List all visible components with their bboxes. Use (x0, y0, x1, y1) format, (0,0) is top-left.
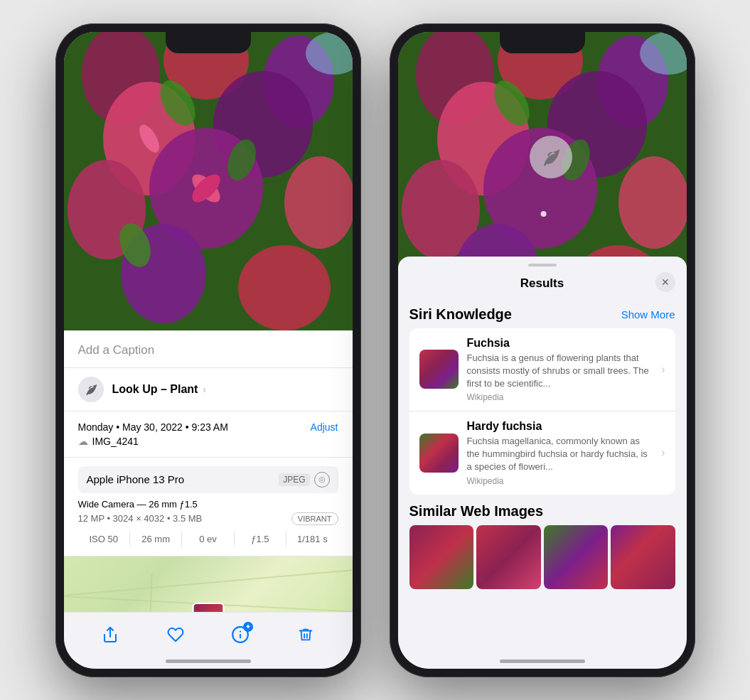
phone-2: Results ✕ Siri Knowledge Show More (390, 23, 695, 677)
lookup-label: Look Up – (112, 383, 167, 395)
leaf-icon (84, 382, 98, 397)
notch-2 (500, 32, 585, 53)
knowledge-item-fuchsia[interactable]: Fuchsia Fuchsia is a genus of flowering … (409, 328, 675, 412)
fuchsia-source: Wikipedia (467, 392, 650, 402)
notch-1 (166, 32, 251, 53)
similar-web-section: Similar Web Images (409, 503, 675, 589)
jpeg-badge: JPEG (279, 473, 309, 486)
cloud-icon: ☁ (78, 436, 88, 447)
siri-badge (530, 136, 572, 178)
similar-web-title: Similar Web Images (409, 503, 544, 519)
home-indicator-2 (500, 659, 585, 663)
fuchsia-name: Fuchsia (467, 337, 650, 350)
iso-row: ISO 50 26 mm 0 ev ƒ1.5 1/181 s (78, 531, 338, 547)
fuchsia-chevron: › (661, 363, 665, 376)
phones-container: Add a Caption Look Up – Plant › (55, 23, 695, 677)
web-image-4[interactable] (611, 525, 675, 589)
siri-dot (540, 211, 546, 217)
phone-1: Add a Caption Look Up – Plant › (55, 23, 361, 677)
knowledge-card: Fuchsia Fuchsia is a genus of flowering … (409, 328, 675, 495)
photo-specs: 12 MP • 3024 × 4032 • 3.5 MB (78, 513, 203, 524)
lookup-icon (78, 377, 104, 402)
hardy-thumbnail (419, 434, 459, 473)
location-icon: ◎ (314, 472, 330, 488)
hardy-text: Hardy fuchsia Fuchsia magellanica, commo… (467, 420, 650, 486)
phone2-content: Results ✕ Siri Knowledge Show More (398, 32, 687, 669)
siri-knowledge-title: Siri Knowledge (409, 306, 512, 323)
svg-point-10 (238, 245, 331, 330)
focal-value: 26 mm (130, 531, 182, 547)
adjust-button[interactable]: Adjust (311, 421, 338, 433)
web-images-grid (409, 525, 675, 589)
sheet-content: Siri Knowledge Show More Fuchsia Fuchsia… (398, 298, 687, 660)
lookup-row[interactable]: Look Up – Plant › (64, 368, 353, 411)
photo-date: Monday • May 30, 2022 • 9:23 AM (78, 421, 228, 433)
siri-knowledge-header: Siri Knowledge Show More (409, 306, 675, 323)
info-badge: ✦ (243, 622, 253, 632)
fuchsia-text: Fuchsia Fuchsia is a genus of flowering … (467, 337, 650, 403)
caption-area[interactable]: Add a Caption (64, 330, 353, 368)
info-button[interactable]: ✦ (230, 625, 250, 645)
show-more-button[interactable]: Show More (621, 308, 675, 321)
photo-meta: Monday • May 30, 2022 • 9:23 AM Adjust ☁… (64, 411, 353, 458)
knowledge-item-hardy[interactable]: Hardy fuchsia Fuchsia magellanica, commo… (409, 411, 675, 495)
sheet-header: Results ✕ (398, 266, 687, 298)
leaf-icon-2 (540, 146, 562, 168)
hardy-desc: Fuchsia magellanica, commonly known as t… (467, 435, 650, 474)
web-image-3[interactable] (544, 525, 609, 589)
filename: IMG_4241 (92, 436, 139, 447)
home-indicator-1 (166, 659, 251, 663)
phone1-content: Add a Caption Look Up – Plant › (64, 32, 353, 669)
like-button[interactable] (166, 625, 186, 645)
sheet-title: Results (520, 276, 564, 291)
svg-point-30 (618, 156, 687, 249)
lookup-subject: Plant (170, 383, 198, 395)
hardy-name: Hardy fuchsia (467, 420, 650, 433)
aperture-value: ƒ1.5 (235, 531, 286, 547)
device-badges: JPEG ◎ (279, 472, 329, 488)
shutter-value: 1/181 s (286, 531, 338, 547)
photo-1 (64, 32, 353, 330)
results-sheet: Results ✕ Siri Knowledge Show More (398, 257, 687, 669)
fuchsia-thumbnail (419, 350, 459, 389)
phone-1-screen: Add a Caption Look Up – Plant › (64, 32, 353, 669)
hardy-source: Wikipedia (467, 476, 650, 486)
similar-web-header: Similar Web Images (409, 503, 675, 519)
lookup-text: Look Up – Plant › (112, 383, 206, 396)
caption-placeholder: Add a Caption (78, 343, 155, 357)
vibrant-badge: VIBRANT (291, 512, 338, 525)
device-name: Apple iPhone 13 Pro (87, 473, 185, 485)
web-image-1[interactable] (409, 525, 474, 589)
close-button[interactable]: ✕ (655, 272, 675, 292)
fuchsia-desc: Fuchsia is a genus of flowering plants t… (467, 352, 650, 391)
svg-point-8 (284, 156, 353, 249)
share-button[interactable] (100, 625, 120, 645)
iso-value: ISO 50 (78, 531, 130, 547)
lookup-chevron: › (203, 384, 206, 395)
device-info: Apple iPhone 13 Pro JPEG ◎ Wide Camera —… (64, 458, 353, 556)
ev-value: 0 ev (182, 531, 234, 547)
hardy-chevron: › (661, 446, 665, 459)
camera-info: Wide Camera — 26 mm ƒ1.5 (78, 499, 338, 510)
web-image-2[interactable] (476, 525, 541, 589)
phone-2-screen: Results ✕ Siri Knowledge Show More (398, 32, 687, 669)
delete-button[interactable] (296, 625, 316, 645)
